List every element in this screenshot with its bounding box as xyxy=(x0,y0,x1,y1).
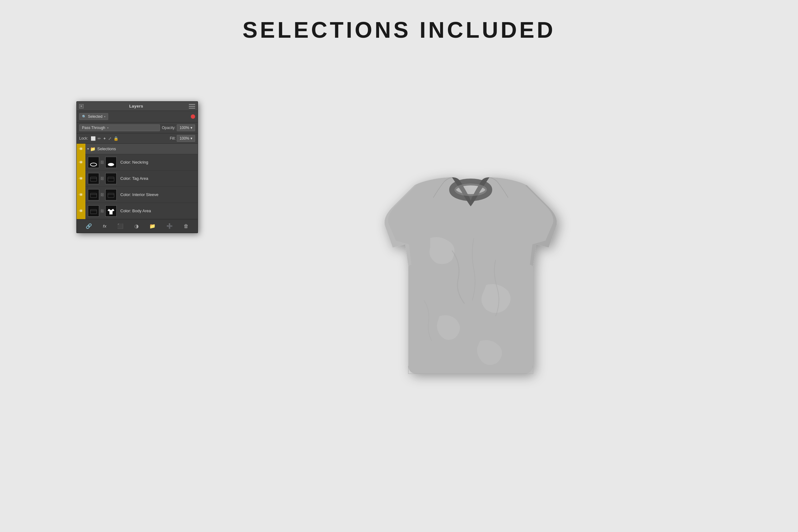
layer-name-body: Color: Body Area xyxy=(120,209,151,213)
eye-icon: 👁 xyxy=(79,176,83,181)
layer-visibility-sleeve[interactable]: 👁 xyxy=(77,187,86,203)
lock-move-icon[interactable]: ✦ xyxy=(103,136,106,141)
eye-icon: 👁 xyxy=(79,192,83,197)
new-fill-icon[interactable]: ⬛ xyxy=(116,222,125,230)
lock-all-icon[interactable]: 🔒 xyxy=(113,136,118,141)
folder-icon: 📁 xyxy=(90,147,95,151)
filter-dropdown-label: Selected xyxy=(88,114,102,119)
chain-link-icon: ⛓ xyxy=(100,209,104,213)
chain-link-icon: ⛓ xyxy=(100,176,104,181)
layer-name-sleeve: Color: Interior Sleeve xyxy=(120,192,158,197)
lock-transparent-icon[interactable]: ⬜ xyxy=(91,136,96,141)
tshirt-illustration xyxy=(330,129,611,410)
layer-thumb-mask xyxy=(106,173,117,184)
group-layer-name: Selections xyxy=(97,147,116,151)
layer-name-neckring: Color: Neckring xyxy=(120,160,148,165)
layer-thumb-mask xyxy=(106,157,117,168)
new-group-icon[interactable]: 📁 xyxy=(148,222,157,230)
link-layers-icon[interactable]: 🔗 xyxy=(84,222,93,230)
search-icon: 🔍 xyxy=(82,115,86,119)
fx-icon[interactable]: fx xyxy=(102,223,108,230)
eye-icon: 👁 xyxy=(79,160,83,165)
layer-visibility-neckring[interactable]: 👁 xyxy=(77,154,86,170)
svg-point-3 xyxy=(108,163,114,166)
layer-thumb-mask xyxy=(106,205,117,216)
panel-title: Layers xyxy=(129,104,144,109)
close-icon: ✕ xyxy=(80,105,82,108)
blend-mode-dropdown[interactable]: Pass Through ▾ xyxy=(79,125,160,131)
svg-point-22 xyxy=(455,184,487,196)
blend-mode-arrow: ▾ xyxy=(107,127,109,129)
chain-link-icon: ⛓ xyxy=(100,193,104,197)
panel-close-button[interactable]: ✕ xyxy=(79,104,83,109)
lock-edit-icon[interactable]: ✏ xyxy=(98,136,101,141)
layer-thumb-preview xyxy=(88,205,99,216)
layer-thumb-preview xyxy=(88,189,99,201)
layer-thumb-preview xyxy=(88,173,99,184)
layer-visibility-body[interactable]: 👁 xyxy=(77,203,86,219)
tshirt-container xyxy=(168,44,773,495)
group-visibility-eye[interactable]: 👁 xyxy=(77,144,86,154)
layer-thumbnails-neckring: ⛓ xyxy=(88,157,117,168)
lock-artboard-icon[interactable]: ⤢ xyxy=(108,136,112,141)
new-adjustment-icon[interactable]: ◑ xyxy=(133,222,140,230)
chain-link-icon: ⛓ xyxy=(100,160,104,165)
eye-icon: 👁 xyxy=(79,147,83,151)
layer-thumbnails-body: ⛓ xyxy=(88,205,117,216)
layer-thumbnails-tag: ⛓ xyxy=(88,173,117,184)
layer-thumbnails-sleeve: ⛓ xyxy=(88,189,117,201)
layer-visibility-tag[interactable]: 👁 xyxy=(77,170,86,187)
eye-icon: 👁 xyxy=(79,209,83,213)
filter-dropdown[interactable]: 🔍 Selected ▾ xyxy=(79,113,108,120)
layer-thumb-mask xyxy=(106,189,117,201)
blend-mode-label: Pass Through xyxy=(82,126,106,130)
lock-label: Lock: xyxy=(79,136,88,140)
layer-thumb-preview xyxy=(88,157,99,168)
page-title: SELECTIONS INCLUDED xyxy=(0,17,798,43)
lock-icons-group: ⬜ ✏ ✦ ⤢ 🔒 xyxy=(91,136,118,141)
svg-rect-0 xyxy=(89,158,98,167)
layer-name-tag: Color: Tag Area xyxy=(120,176,148,181)
filter-dropdown-arrow: ▾ xyxy=(104,115,106,118)
group-expand-arrow: ▾ xyxy=(87,147,89,151)
